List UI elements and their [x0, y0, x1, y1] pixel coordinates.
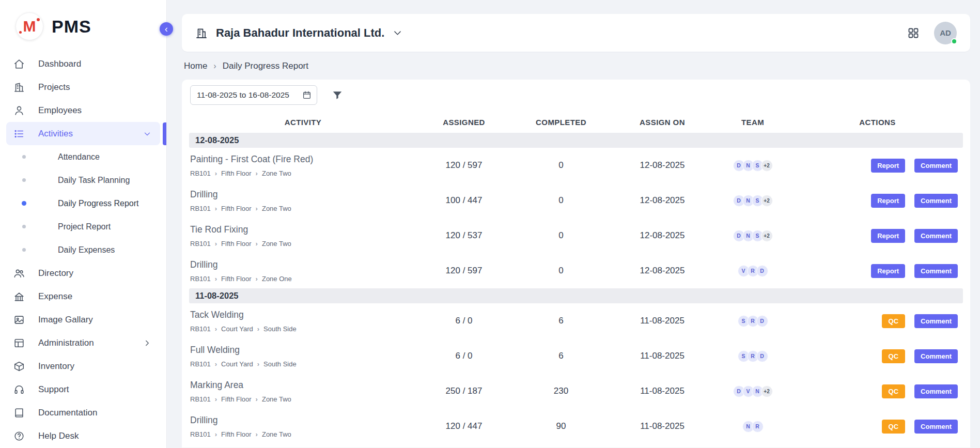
assigned-value: 120 / 447: [417, 421, 511, 431]
comment-button[interactable]: Comment: [914, 194, 958, 208]
sidebar-item-label: Dashboard: [38, 59, 81, 69]
comment-button[interactable]: Comment: [914, 384, 958, 398]
team-more-badge[interactable]: +2: [761, 195, 773, 207]
location-zone: Zone Two: [262, 169, 291, 177]
calendar-icon[interactable]: [302, 90, 312, 100]
activity-cell: Marking Area RB101› Fifth Floor› Zone Tw…: [189, 380, 417, 403]
support-headset-icon: [13, 384, 25, 395]
location-zone: Zone One: [262, 275, 292, 283]
team-avatar: R: [752, 421, 764, 432]
sidebar-subitem-daily-expenses[interactable]: Daily Expenses: [6, 238, 160, 261]
company-selector[interactable]: Raja Bahadur International Ltd.: [195, 26, 402, 40]
completed-value: 0: [511, 266, 611, 276]
date-range-input[interactable]: 11-08-2025 to 16-08-2025: [190, 85, 317, 105]
activity-location: RB101› Fifth Floor› Zone Two: [190, 205, 417, 212]
comment-button[interactable]: Comment: [914, 229, 958, 243]
sidebar-item-documentation[interactable]: Documentation: [6, 401, 160, 424]
activity-location: RB101› Fifth Floor› Zone Two: [190, 430, 417, 438]
user-avatar[interactable]: AD: [934, 22, 957, 44]
comment-button[interactable]: Comment: [914, 159, 958, 173]
sidebar-item-label: Activities: [38, 129, 73, 139]
location-project: RB101: [190, 360, 211, 368]
sidebar-item-administration[interactable]: Administration: [6, 331, 160, 354]
location-project: RB101: [190, 325, 211, 333]
breadcrumb-home[interactable]: Home: [184, 61, 207, 71]
assign-on-date: 11-08-2025: [611, 421, 713, 431]
apps-grid-icon[interactable]: [907, 27, 920, 39]
help-desk-question-icon: [13, 430, 25, 442]
sidebar-subitem-project-report[interactable]: Project Report: [6, 215, 160, 238]
activities-list-icon: [13, 128, 25, 140]
sidebar-item-label: Directory: [38, 268, 73, 279]
chevron-down-icon: [393, 28, 402, 38]
report-button[interactable]: Report: [871, 159, 905, 173]
sidebar-collapse-button[interactable]: ‹: [160, 22, 173, 36]
table-header-row: ACTIVITY ASSIGNED COMPLETED ASSIGN ON TE…: [189, 111, 963, 133]
path-separator-icon: ›: [256, 240, 258, 248]
sidebar-item-directory[interactable]: Directory: [6, 261, 160, 285]
expense-icon: [13, 291, 25, 302]
location-floor: Fifth Floor: [221, 395, 252, 403]
qc-button[interactable]: QC: [882, 314, 906, 328]
report-button[interactable]: Report: [871, 264, 905, 278]
activity-cell: Drilling RB101› Fifth Floor› Zone Two: [189, 415, 417, 438]
table-row: Marking Area RB101› Fifth Floor› Zone Tw…: [189, 374, 963, 409]
qc-button[interactable]: QC: [882, 420, 906, 434]
filter-row: 11-08-2025 to 16-08-2025: [189, 85, 963, 111]
sidebar-subitem-attendance[interactable]: Attendance: [6, 145, 160, 168]
assign-on-date: 11-08-2025: [611, 386, 713, 396]
sidebar-item-label: Expense: [38, 291, 72, 302]
assign-on-date: 12-08-2025: [611, 160, 713, 171]
comment-button[interactable]: Comment: [914, 314, 958, 328]
group-date: 12-08-2025: [195, 135, 239, 145]
sidebar-item-activities[interactable]: Activities: [6, 122, 160, 145]
comment-button[interactable]: Comment: [914, 349, 958, 363]
sidebar-subitem-daily-task-planning[interactable]: Daily Task Planning: [6, 168, 160, 192]
location-floor: Fifth Floor: [221, 275, 252, 283]
home-icon: [13, 58, 25, 70]
column-header-completed: COMPLETED: [511, 118, 611, 127]
assign-on-date: 12-08-2025: [611, 195, 713, 206]
report-button[interactable]: Report: [871, 194, 905, 208]
sidebar-item-employees[interactable]: Employees: [6, 99, 160, 122]
comment-button[interactable]: Comment: [914, 420, 958, 434]
sidebar-item-inventory[interactable]: Inventory: [6, 354, 160, 378]
qc-button[interactable]: QC: [882, 384, 906, 398]
report-button[interactable]: Report: [871, 229, 905, 243]
sidebar-item-help-desk[interactable]: Help Desk: [6, 424, 160, 447]
qc-button[interactable]: QC: [882, 349, 906, 363]
filter-button[interactable]: [332, 89, 343, 101]
team-more-badge[interactable]: +2: [761, 230, 773, 242]
activity-name: Marking Area: [190, 380, 417, 391]
path-separator-icon: ›: [215, 430, 217, 438]
sidebar-item-dashboard[interactable]: Dashboard: [6, 52, 160, 75]
location-project: RB101: [190, 430, 211, 438]
row-actions: QC Comment: [792, 384, 963, 398]
path-separator-icon: ›: [215, 325, 217, 333]
comment-button[interactable]: Comment: [914, 264, 958, 278]
assign-on-date: 12-08-2025: [611, 230, 713, 241]
sidebar-subitem-label: Project Report: [58, 222, 111, 231]
column-header-team: TEAM: [713, 118, 792, 127]
column-header-activity: ACTIVITY: [189, 118, 417, 127]
activity-cell: Painting - First Coat (Fire Red) RB101› …: [189, 154, 417, 177]
team-more-badge[interactable]: +2: [761, 385, 773, 397]
completed-value: 6: [511, 351, 611, 361]
logo-letter: M: [23, 19, 36, 34]
bullet-dot-icon: [22, 178, 26, 182]
path-separator-icon: ›: [215, 395, 217, 403]
sidebar-item-projects[interactable]: Projects: [6, 75, 160, 99]
team-more-badge[interactable]: +2: [761, 160, 773, 172]
bullet-dot-icon: [22, 225, 26, 228]
sidebar-item-image-gallery[interactable]: Image Gallary: [6, 308, 160, 331]
sidebar-item-expense[interactable]: Expense: [6, 285, 160, 308]
sidebar-subitem-daily-progress-report[interactable]: Daily Progress Report: [6, 192, 160, 215]
date-group-header: 11-08-2025: [189, 288, 963, 303]
sidebar-item-support[interactable]: Support: [6, 378, 160, 401]
date-group-header: 12-08-2025: [189, 133, 963, 148]
filter-funnel-icon: [332, 89, 343, 101]
team-avatar: D: [756, 265, 768, 277]
chevron-right-icon: [142, 338, 153, 348]
location-floor: Fifth Floor: [221, 240, 252, 248]
row-actions: QC Comment: [792, 420, 963, 434]
